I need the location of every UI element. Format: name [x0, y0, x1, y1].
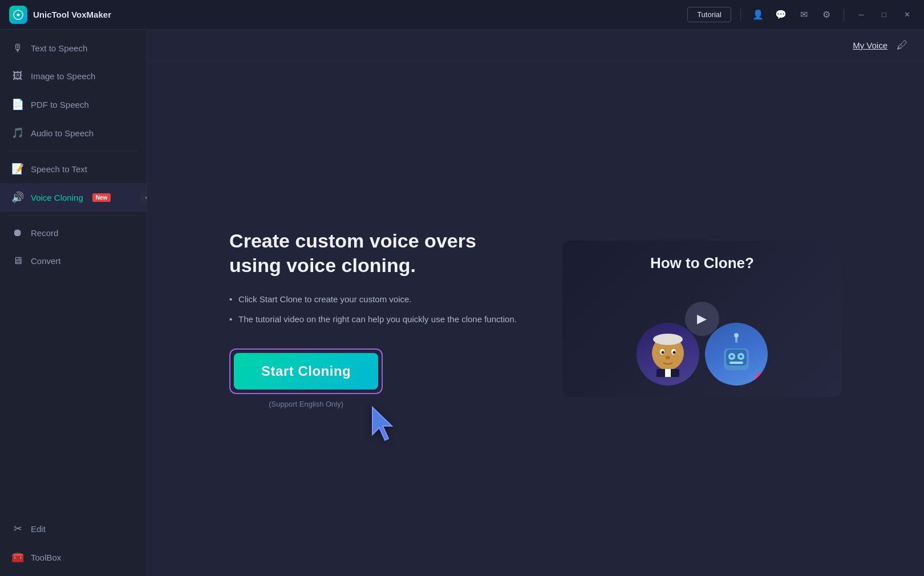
- video-inner: How to Clone? ▶: [562, 241, 842, 397]
- svg-point-3: [653, 334, 683, 345]
- bullet-item-2: The tutorial video on the right can help…: [229, 313, 517, 326]
- sidebar-item-label: Text to Speech: [31, 43, 87, 53]
- svg-point-17: [731, 356, 732, 358]
- titlebar-separator: [740, 9, 741, 21]
- svg-rect-21: [730, 362, 743, 364]
- titlebar-controls: Tutorial 👤 💬 ✉ ⚙ ─ □ ✕: [687, 7, 915, 23]
- tutorial-button[interactable]: Tutorial: [687, 7, 731, 22]
- svg-point-6: [661, 351, 664, 354]
- start-cloning-button[interactable]: Start Cloning: [234, 353, 378, 390]
- toolbox-icon: 🧰: [11, 551, 24, 563]
- speech-to-text-icon: 📝: [11, 163, 24, 175]
- content-area: Create custom voice overs using voice cl…: [147, 62, 924, 576]
- svg-point-20: [740, 356, 741, 358]
- sidebar-item-voice-cloning[interactable]: 🔊 Voice Cloning New «: [0, 183, 147, 212]
- bullet-item-1: Click Start Clone to create your custom …: [229, 293, 517, 306]
- app-title: UnicTool VoxMaker: [33, 10, 687, 19]
- pdf-to-speech-icon: 📄: [11, 98, 24, 111]
- sidebar-item-image-to-speech[interactable]: 🖼 Image to Speech: [0, 62, 147, 90]
- audio-to-speech-icon: 🎵: [11, 127, 24, 139]
- sidebar: 🎙 Text to Speech 🖼 Image to Speech 📄 PDF…: [0, 30, 147, 576]
- sidebar-item-audio-to-speech[interactable]: 🎵 Audio to Speech: [0, 119, 147, 147]
- start-cloning-border: Start Cloning: [229, 348, 383, 394]
- profile-settings-icon[interactable]: 🖊: [897, 39, 908, 52]
- sidebar-item-record[interactable]: ⏺ Record: [0, 219, 147, 247]
- svg-point-13: [734, 333, 739, 338]
- main-heading: Create custom voice overs using voice cl…: [229, 229, 517, 277]
- top-bar: My Voice 🖊: [147, 30, 924, 62]
- svg-point-7: [672, 351, 675, 354]
- mail-icon[interactable]: ✉: [796, 7, 812, 23]
- voice-cloning-icon: 🔊: [11, 191, 24, 204]
- app-body: 🎙 Text to Speech 🖼 Image to Speech 📄 PDF…: [0, 30, 924, 576]
- sidebar-item-label: Speech to Text: [31, 164, 87, 174]
- sidebar-item-speech-to-text[interactable]: 📝 Speech to Text: [0, 155, 147, 183]
- sidebar-item-text-to-speech[interactable]: 🎙 Text to Speech: [0, 34, 147, 62]
- start-cloning-wrapper: Start Cloning (Support English Only): [229, 348, 383, 408]
- play-button[interactable]: ▶: [685, 302, 719, 336]
- new-badge: New: [92, 193, 111, 202]
- sidebar-divider1: [9, 151, 137, 151]
- text-to-speech-icon: 🎙: [11, 42, 24, 54]
- close-button[interactable]: ✕: [899, 7, 915, 23]
- support-note: (Support English Only): [229, 400, 383, 408]
- sidebar-item-label: Voice Cloning: [31, 193, 83, 202]
- sidebar-item-label: Record: [31, 228, 58, 238]
- app-logo: [9, 6, 27, 24]
- avatar-robot: 👍: [705, 323, 768, 386]
- user-icon[interactable]: 👤: [750, 7, 766, 23]
- titlebar-separator2: [844, 9, 844, 21]
- svg-point-8: [666, 356, 670, 359]
- video-panel: How to Clone? ▶: [562, 241, 842, 397]
- my-voice-link[interactable]: My Voice: [853, 40, 887, 50]
- maximize-button[interactable]: □: [876, 7, 892, 23]
- discord-icon[interactable]: 💬: [773, 7, 789, 23]
- record-icon: ⏺: [11, 227, 24, 239]
- cursor-decoration: [366, 403, 400, 443]
- avatar-person: [637, 323, 699, 386]
- sidebar-item-label: ToolBox: [31, 553, 61, 562]
- sidebar-item-label: Audio to Speech: [31, 128, 94, 138]
- main-content: My Voice 🖊 Create custom voice overs usi…: [147, 30, 924, 576]
- sidebar-item-label: PDF to Speech: [31, 100, 89, 109]
- svg-marker-1: [372, 407, 392, 440]
- sidebar-divider2: [9, 215, 137, 216]
- svg-rect-10: [665, 369, 671, 377]
- sidebar-item-label: Convert: [31, 256, 61, 266]
- titlebar: UnicTool VoxMaker Tutorial 👤 💬 ✉ ⚙ ─ □ ✕: [0, 0, 924, 30]
- sidebar-item-convert[interactable]: 🖥 Convert: [0, 247, 147, 275]
- minimize-button[interactable]: ─: [853, 7, 869, 23]
- sidebar-item-edit[interactable]: ✂ Edit: [0, 514, 147, 543]
- bullet-list: Click Start Clone to create your custom …: [229, 293, 517, 326]
- video-title: How to Clone?: [650, 254, 754, 272]
- left-panel: Create custom voice overs using voice cl…: [229, 229, 517, 409]
- convert-icon: 🖥: [11, 255, 24, 267]
- sidebar-item-pdf-to-speech[interactable]: 📄 PDF to Speech: [0, 90, 147, 119]
- settings-icon[interactable]: ⚙: [818, 7, 834, 23]
- sidebar-item-toolbox[interactable]: 🧰 ToolBox: [0, 543, 147, 571]
- sidebar-item-label: Image to Speech: [31, 71, 95, 81]
- image-to-speech-icon: 🖼: [11, 70, 24, 82]
- edit-icon: ✂: [11, 522, 24, 535]
- sidebar-item-label: Edit: [31, 524, 46, 534]
